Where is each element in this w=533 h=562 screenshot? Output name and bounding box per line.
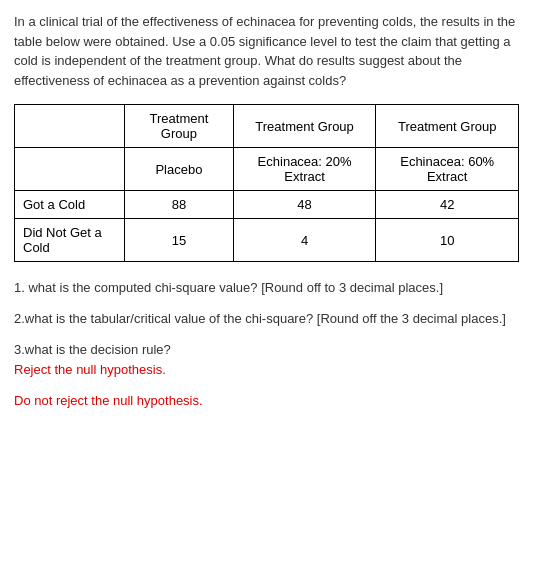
do-not-reject-label: Do not reject the null hypothesis. xyxy=(14,391,519,412)
header-empty-2 xyxy=(15,148,125,191)
header-treatment-group-1: Treatment Group xyxy=(125,105,234,148)
table-row-cold: Got a Cold 88 48 42 xyxy=(15,191,519,219)
row-label-no-cold: Did Not Get a Cold xyxy=(15,219,125,262)
table-row-no-cold: Did Not Get a Cold 15 4 10 xyxy=(15,219,519,262)
cold-echinacea60-value: 42 xyxy=(376,191,519,219)
no-cold-echinacea60-value: 10 xyxy=(376,219,519,262)
cold-placebo-value: 88 xyxy=(125,191,234,219)
question-3: 3.what is the decision rule?Reject the n… xyxy=(14,340,519,382)
cold-echinacea20-value: 48 xyxy=(233,191,376,219)
question-1: 1. what is the computed chi-square value… xyxy=(14,278,519,299)
no-cold-echinacea20-value: 4 xyxy=(233,219,376,262)
intro-paragraph: In a clinical trial of the effectiveness… xyxy=(14,12,519,90)
reject-label: Reject the null hypothesis. xyxy=(14,362,166,377)
header-empty-1 xyxy=(15,105,125,148)
header-treatment-group-3: Treatment Group xyxy=(376,105,519,148)
header-row-2: Placebo Echinacea: 20% Extract Echinacea… xyxy=(15,148,519,191)
contingency-table: Treatment Group Treatment Group Treatmen… xyxy=(14,104,519,262)
data-table-wrapper: Treatment Group Treatment Group Treatmen… xyxy=(14,104,519,262)
no-cold-placebo-value: 15 xyxy=(125,219,234,262)
header-placebo: Placebo xyxy=(125,148,234,191)
question-2: 2.what is the tabular/critical value of … xyxy=(14,309,519,330)
header-echinacea-20: Echinacea: 20% Extract xyxy=(233,148,376,191)
header-echinacea-60: Echinacea: 60% Extract xyxy=(376,148,519,191)
questions-section: 1. what is the computed chi-square value… xyxy=(14,278,519,412)
row-label-cold: Got a Cold xyxy=(15,191,125,219)
header-row-1: Treatment Group Treatment Group Treatmen… xyxy=(15,105,519,148)
header-treatment-group-2: Treatment Group xyxy=(233,105,376,148)
